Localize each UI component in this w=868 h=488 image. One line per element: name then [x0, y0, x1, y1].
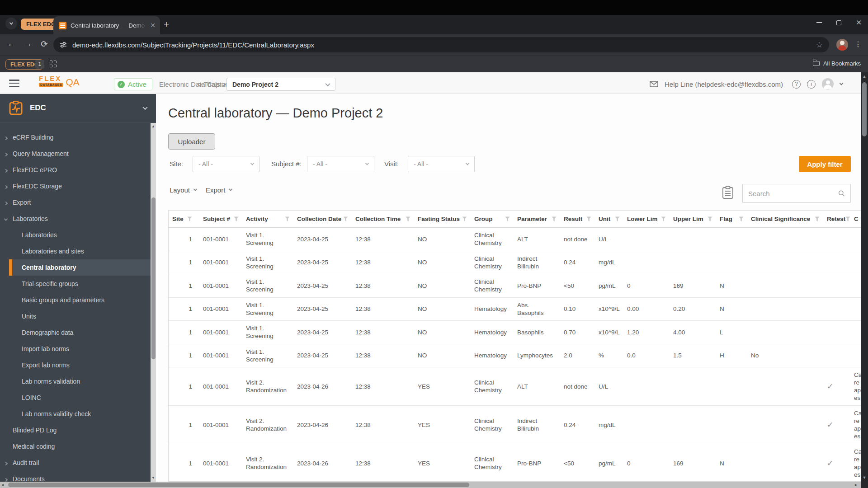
filter-funnel-icon[interactable] — [739, 216, 744, 222]
vscroll-thumb[interactable] — [862, 82, 867, 136]
table-row[interactable]: 1001-0001Visit 1. Screening2023-04-2512:… — [169, 298, 861, 321]
search-input[interactable] — [748, 190, 838, 197]
vscroll-down-icon[interactable]: ▼ — [861, 475, 868, 480]
filter-funnel-icon[interactable] — [586, 216, 591, 222]
table-row[interactable]: 1001-0001Visit 1. Screening2023-04-2512:… — [169, 251, 861, 275]
sidebar-item-query-management[interactable]: Query Management — [0, 145, 151, 162]
filter-funnel-icon[interactable] — [234, 216, 239, 222]
table-row[interactable]: 1001-0001Visit 2. Randomization2023-04-2… — [169, 406, 861, 444]
info-icon[interactable]: i — [807, 80, 816, 89]
filter-funnel-icon[interactable] — [343, 216, 348, 222]
window-close-button[interactable]: ✕ — [856, 19, 862, 27]
column-header-fasting[interactable]: Fasting Status — [414, 211, 471, 227]
back-button[interactable]: ← — [7, 39, 16, 49]
visit-filter-dropdown[interactable]: - All - — [408, 156, 475, 172]
address-bar[interactable]: demo-edc.flexdbs.com/SubjectTracking/Pro… — [53, 37, 829, 52]
sidebar-item-export-lab-norms[interactable]: Export lab norms — [0, 357, 151, 373]
user-avatar[interactable] — [822, 78, 834, 90]
window-maximize-button[interactable] — [836, 20, 841, 25]
account-chevron-icon[interactable] — [840, 81, 843, 85]
filter-funnel-icon[interactable] — [661, 216, 666, 222]
breadcrumb-trials[interactable]: > Trials > — [198, 80, 226, 88]
bookmark-star-icon[interactable]: ☆ — [816, 40, 823, 50]
sidebar-item-lab-norms-validity-check[interactable]: Lab norms validity check — [0, 406, 151, 422]
sidebar-item-medical-coding[interactable]: Medical coding — [0, 438, 151, 455]
sidebar-item-central-laboratory[interactable]: Central laboratory — [9, 259, 151, 276]
all-bookmarks-button[interactable]: All Bookmarks — [813, 60, 861, 67]
reload-button[interactable]: ⟳ — [41, 39, 48, 49]
tab-close-icon[interactable]: ✕ — [150, 22, 156, 29]
scroll-down-icon[interactable]: ▼ — [151, 475, 156, 481]
column-header-date[interactable]: Collection Date — [293, 211, 352, 227]
sidebar-item-blinded-pd-log[interactable]: Blinded PD Log — [0, 422, 151, 438]
browser-menu-icon[interactable]: ⋮ — [854, 40, 862, 48]
column-header-time[interactable]: Collection Time — [352, 211, 414, 227]
filter-funnel-icon[interactable] — [615, 216, 620, 222]
sidebar-item-loinc[interactable]: LOINC — [0, 389, 151, 406]
column-settings-icon[interactable] — [722, 186, 734, 199]
apply-filter-button[interactable]: Apply filter — [799, 156, 851, 172]
subject-filter-dropdown[interactable]: - All - — [307, 156, 374, 172]
column-header-clin_sig[interactable]: Clinical Significance — [747, 211, 823, 227]
window-minimize-button[interactable] — [816, 22, 822, 23]
sidebar-item-flexedc-storage[interactable]: FlexEDC Storage — [0, 178, 151, 194]
sidebar-item-laboratories-and-sites[interactable]: Laboratories and sites — [0, 243, 151, 259]
filter-funnel-icon[interactable] — [462, 216, 467, 222]
filter-funnel-icon[interactable] — [845, 216, 850, 222]
sidebar-scroll-thumb[interactable] — [151, 197, 156, 359]
hamburger-menu-icon[interactable] — [9, 80, 19, 87]
sidebar-item-ecrf-building[interactable]: eCRF Building — [0, 129, 151, 145]
sidebar-item-laboratories[interactable]: Laboratories — [0, 211, 151, 227]
export-dropdown[interactable]: Export — [206, 183, 232, 197]
filter-funnel-icon[interactable] — [285, 216, 290, 222]
sidebar-item-demographic-data[interactable]: Demographic data — [0, 324, 151, 341]
column-header-activity[interactable]: Activity — [242, 211, 293, 227]
sidebar-item-units[interactable]: Units — [0, 308, 151, 324]
new-tab-button[interactable]: + — [164, 19, 169, 29]
hscroll-right-icon[interactable]: ▸ — [855, 482, 857, 488]
sidebar-item-basic-groups-and-parameters[interactable]: Basic groups and parameters — [0, 292, 151, 308]
sidebar-scrollbar[interactable]: ▲ ▼ — [151, 123, 156, 482]
filter-funnel-icon[interactable] — [406, 216, 410, 222]
column-header-parameter[interactable]: Parameter — [514, 211, 560, 227]
table-row[interactable]: 1001-0001Visit 2. Randomization2023-04-2… — [169, 444, 861, 482]
layout-dropdown[interactable]: Layout — [170, 183, 197, 197]
sidebar-item-flexedc-epro[interactable]: FlexEDC ePRO — [0, 162, 151, 178]
column-header-lower[interactable]: Lower Lim — [623, 211, 670, 227]
filter-funnel-icon[interactable] — [708, 216, 712, 222]
flex-databases-logo[interactable]: FLEX DATABASES QA — [39, 75, 80, 87]
filter-funnel-icon[interactable] — [187, 216, 192, 222]
column-header-comment[interactable]: C — [850, 211, 861, 227]
uploader-button[interactable]: Uploader — [168, 133, 215, 150]
scroll-up-icon[interactable]: ▲ — [151, 124, 156, 129]
column-header-retest[interactable]: Retest — [823, 211, 850, 227]
column-header-site[interactable]: Site — [169, 211, 199, 227]
table-row[interactable]: 1001-0001Visit 1. Screening2023-04-2512:… — [169, 344, 861, 368]
horizontal-scrollbar[interactable]: ◂ ▸ — [0, 482, 861, 488]
column-header-upper[interactable]: Upper Lim — [670, 211, 716, 227]
column-header-subject[interactable]: Subject # — [199, 211, 242, 227]
site-settings-icon[interactable] — [60, 41, 67, 48]
filter-funnel-icon[interactable] — [552, 216, 557, 222]
vscroll-up-icon[interactable]: ▲ — [861, 74, 868, 79]
bookmark-badge[interactable]: 1 — [35, 60, 44, 69]
column-header-group[interactable]: Group — [471, 211, 514, 227]
sidebar-app-switcher[interactable]: EDC — [0, 94, 156, 122]
table-row[interactable]: 1001-0001Visit 1. Screening2023-04-2512:… — [169, 321, 861, 344]
table-row[interactable]: 1001-0001Visit 1. Screening2023-04-2512:… — [169, 274, 861, 298]
sidebar-item-audit-trail[interactable]: Audit trail — [0, 455, 151, 471]
sidebar-item-lab-norms-validation[interactable]: Lab norms validation — [0, 373, 151, 389]
hscroll-left-icon[interactable]: ◂ — [1, 482, 4, 488]
help-icon[interactable]: ? — [792, 80, 801, 89]
sidebar-item-import-lab-norms[interactable]: Import lab norms — [0, 341, 151, 357]
project-selector[interactable]: Demo Project 2 — [226, 78, 335, 91]
sidebar-item-trial-specific-groups[interactable]: Trial-specific groups — [0, 276, 151, 292]
column-header-flag[interactable]: Flag — [716, 211, 747, 227]
apps-grid-icon[interactable] — [50, 61, 57, 67]
column-header-unit[interactable]: Unit — [595, 211, 623, 227]
site-filter-dropdown[interactable]: - All - — [193, 156, 259, 172]
table-row[interactable]: 1001-0001Visit 1. Screening2023-04-2512:… — [169, 228, 861, 251]
hscroll-thumb[interactable] — [8, 483, 469, 487]
sidebar-item-export[interactable]: Export — [0, 194, 151, 211]
sidebar-item-laboratories[interactable]: Laboratories — [0, 227, 151, 243]
